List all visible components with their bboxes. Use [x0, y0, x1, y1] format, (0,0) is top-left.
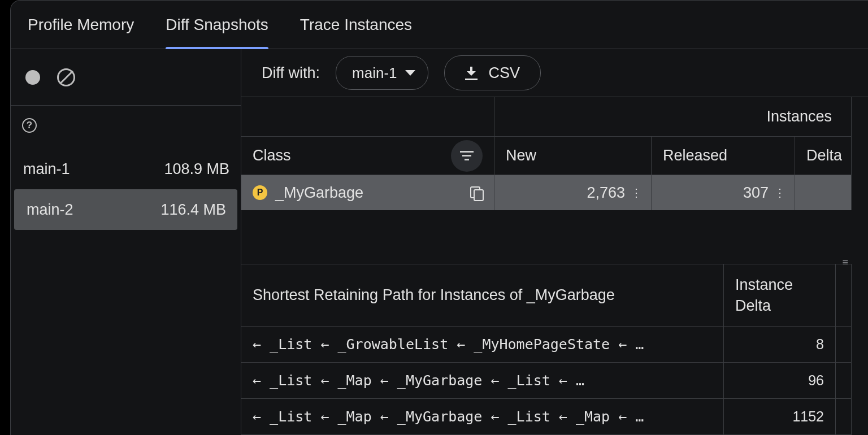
th-new[interactable]: New [494, 137, 652, 175]
delta-cell[interactable] [795, 175, 852, 210]
tabs-bar: Profile Memory Diff Snapshots Trace Inst… [11, 1, 868, 49]
th-released[interactable]: Released [652, 137, 795, 175]
tab-trace-instances[interactable]: Trace Instances [300, 1, 412, 49]
sidebar-toolbar [11, 49, 241, 106]
snapshot-name: main-2 [23, 201, 73, 219]
filter-button[interactable] [451, 140, 483, 172]
class-name: _MyGarbage [275, 184, 363, 202]
diff-with-dropdown[interactable]: main-1 [336, 56, 428, 90]
private-badge-icon: P [253, 185, 267, 200]
snapshot-size: 116.4 MB [160, 201, 228, 219]
clear-icon[interactable] [57, 68, 75, 86]
retain-clip [836, 363, 852, 399]
th-delta[interactable]: Delta [795, 137, 852, 175]
th-instance-delta[interactable]: Instance Delta [724, 264, 836, 327]
help-row: ? [11, 106, 241, 149]
tab-diff-snapshots[interactable]: Diff Snapshots [166, 1, 268, 49]
retaining-path-table: Shortest Retaining Path for Instances of… [241, 264, 868, 435]
class-cell[interactable]: P _MyGarbage [241, 175, 494, 210]
export-csv-button[interactable]: CSV [444, 55, 541, 90]
snapshot-size: 108.9 MB [164, 160, 232, 178]
csv-label: CSV [489, 64, 520, 82]
snapshot-row[interactable]: main-2 116.4 MB [14, 189, 237, 230]
tab-profile-memory[interactable]: Profile Memory [28, 1, 134, 49]
snapshot-row[interactable]: main-1 108.9 MB [11, 149, 241, 189]
snapshot-name: main-1 [20, 160, 70, 178]
diff-with-value: main-1 [352, 64, 397, 82]
download-icon [465, 67, 478, 79]
copy-icon[interactable] [470, 186, 483, 199]
help-icon[interactable]: ? [22, 118, 37, 133]
th-instances-group: Instances [494, 97, 852, 137]
retain-delta-cell: 8 [724, 327, 836, 363]
th-class[interactable]: Class [241, 137, 494, 175]
snapshot-sidebar: ? main-1 108.9 MB main-2 116.4 MB [11, 49, 241, 435]
th-empty [241, 97, 494, 137]
table-spacer: ≡ [241, 210, 852, 264]
diff-toolbar: Diff with: main-1 CSV [241, 49, 868, 97]
memory-panel: Profile Memory Diff Snapshots Trace Inst… [10, 0, 868, 435]
released-value: 307 [743, 184, 769, 202]
chevron-down-icon [405, 70, 415, 76]
diff-main: Diff with: main-1 CSV Instances [241, 49, 868, 435]
record-icon[interactable] [25, 70, 40, 85]
new-cell[interactable]: 2,763 [494, 175, 652, 210]
retain-clip [836, 399, 852, 435]
diff-with-label: Diff with: [262, 64, 320, 82]
horizontal-resizer-icon[interactable]: ≡ [842, 256, 849, 268]
retain-delta-cell: 1152 [724, 399, 836, 435]
more-icon[interactable] [631, 190, 641, 195]
th-class-label: Class [253, 147, 291, 164]
diff-table: Instances Class New Released Delta P [241, 97, 868, 264]
retain-path-cell[interactable]: ← _List ← _Map ← _MyGarbage ← _List ← … [241, 363, 724, 399]
th-retain-path[interactable]: Shortest Retaining Path for Instances of… [241, 264, 724, 327]
released-cell[interactable]: 307 [652, 175, 795, 210]
new-value: 2,763 [587, 184, 625, 202]
retain-clip [836, 327, 852, 363]
th-clip [836, 264, 852, 327]
retain-path-cell[interactable]: ← _List ← _GrowableList ← _MyHomePageSta… [241, 327, 724, 363]
filter-icon [460, 151, 474, 160]
retain-path-cell[interactable]: ← _List ← _Map ← _MyGarbage ← _List ← _M… [241, 399, 724, 435]
retain-delta-cell: 96 [724, 363, 836, 399]
more-icon[interactable] [774, 190, 784, 195]
